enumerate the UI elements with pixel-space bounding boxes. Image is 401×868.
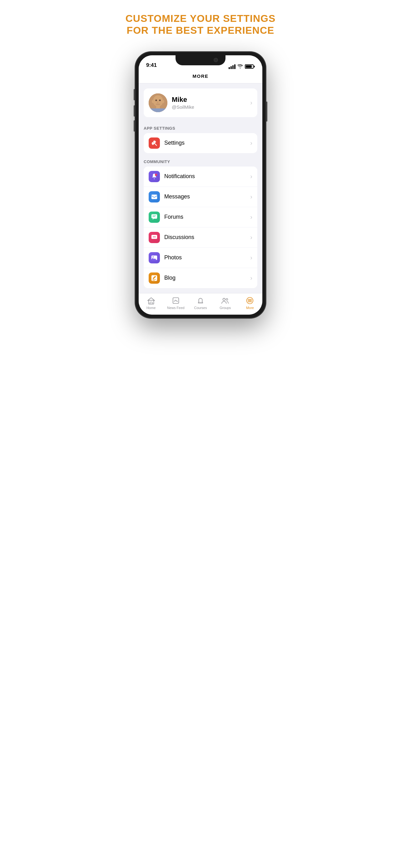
svg-point-29 — [223, 298, 225, 300]
notifications-item-left: Notifications — [149, 171, 195, 182]
svg-line-10 — [154, 143, 157, 145]
discussions-icon — [149, 232, 160, 243]
status-time: 9:41 — [146, 62, 157, 69]
photos-chevron: › — [250, 254, 252, 261]
app-settings-card: Settings › — [144, 133, 257, 153]
svg-point-8 — [156, 103, 158, 105]
forums-item[interactable]: Forums › — [144, 207, 257, 227]
news-feed-icon — [172, 297, 180, 305]
tab-news-feed-label: News Feed — [167, 306, 185, 310]
settings-item-left: Settings — [149, 137, 185, 149]
notifications-chevron: › — [250, 173, 252, 180]
profile-name: Mike — [172, 96, 194, 104]
messages-label: Messages — [164, 193, 190, 200]
tab-more-label: More — [246, 306, 254, 310]
svg-point-2 — [152, 100, 154, 103]
notch — [175, 55, 226, 65]
tab-courses[interactable]: Courses — [188, 293, 213, 315]
courses-icon — [196, 297, 205, 305]
discussions-item-left: Discussions — [149, 232, 194, 243]
messages-item[interactable]: Messages › — [144, 187, 257, 207]
profile-handle: @SoilMike — [172, 104, 194, 110]
blog-chevron: › — [250, 274, 252, 281]
signal-icon — [229, 64, 235, 69]
messages-chevron: › — [250, 193, 252, 200]
groups-icon — [221, 297, 229, 305]
tab-groups[interactable]: Groups — [213, 293, 238, 315]
phone-screen: 9:41 MORE — [139, 55, 262, 315]
svg-rect-12 — [152, 194, 157, 199]
svg-rect-13 — [152, 214, 157, 218]
blog-icon — [149, 273, 160, 284]
blog-item-left: Blog — [149, 273, 175, 284]
page-header: CUSTOMIZE YOUR SETTINGS FOR THE BEST EXP… — [119, 12, 282, 36]
svg-point-21 — [153, 256, 154, 257]
content-area: Mike @SoilMike › APP SETTINGS — [139, 84, 262, 293]
tab-home-label: Home — [146, 306, 156, 310]
bottom-spacer — [139, 288, 262, 293]
tab-bar: Home News Feed Courses — [139, 293, 262, 315]
profile-section: Mike @SoilMike › — [139, 84, 262, 120]
notifications-icon — [149, 171, 160, 182]
camera — [213, 58, 218, 62]
nav-title: MORE — [139, 71, 262, 84]
profile-chevron: › — [250, 99, 252, 106]
status-icons — [229, 64, 255, 69]
blog-item[interactable]: Blog › — [144, 268, 257, 288]
profile-card[interactable]: Mike @SoilMike › — [144, 88, 257, 117]
svg-point-11 — [155, 174, 157, 176]
community-card: Notifications › Messages — [144, 166, 257, 288]
svg-point-5 — [159, 99, 161, 101]
discussions-label: Discussions — [164, 234, 194, 241]
tab-courses-label: Courses — [194, 306, 207, 310]
settings-chevron: › — [250, 140, 252, 147]
photos-item[interactable]: Photos › — [144, 248, 257, 268]
phone-wrapper: 9:41 MORE — [135, 52, 266, 318]
svg-point-9 — [158, 103, 161, 105]
messages-item-left: Messages — [149, 191, 190, 203]
photos-icon — [149, 252, 160, 264]
page-title: CUSTOMIZE YOUR SETTINGS FOR THE BEST EXP… — [126, 12, 276, 36]
photos-label: Photos — [164, 254, 182, 261]
home-icon — [147, 297, 155, 305]
blog-label: Blog — [164, 275, 175, 281]
avatar — [149, 93, 167, 112]
forums-chevron: › — [250, 213, 252, 221]
forums-icon — [149, 212, 160, 223]
svg-point-19 — [155, 237, 156, 238]
svg-rect-7 — [149, 108, 167, 112]
tab-news-feed[interactable]: News Feed — [163, 293, 188, 315]
forums-label: Forums — [164, 214, 183, 220]
settings-item[interactable]: Settings › — [144, 133, 257, 153]
notifications-label: Notifications — [164, 173, 195, 180]
settings-icon — [149, 137, 160, 149]
messages-icon — [149, 191, 160, 203]
photos-item-left: Photos — [149, 252, 182, 264]
tab-more[interactable]: More — [238, 293, 262, 315]
more-icon — [246, 297, 254, 305]
community-header: COMMUNITY — [139, 153, 262, 166]
svg-point-4 — [156, 99, 157, 101]
svg-rect-26 — [150, 302, 152, 304]
svg-point-17 — [153, 237, 154, 238]
svg-point-30 — [226, 299, 228, 300]
svg-point-18 — [154, 237, 155, 238]
profile-left: Mike @SoilMike — [149, 93, 194, 112]
discussions-item[interactable]: Discussions › — [144, 227, 257, 248]
app-settings-header: APP SETTINGS — [139, 120, 262, 133]
forums-item-left: Forums — [149, 212, 183, 223]
notifications-item[interactable]: Notifications › — [144, 166, 257, 187]
settings-label: Settings — [164, 140, 185, 146]
profile-info: Mike @SoilMike — [172, 96, 194, 110]
battery-icon — [245, 64, 255, 69]
wifi-icon — [237, 64, 243, 69]
svg-point-3 — [162, 100, 164, 103]
tab-home[interactable]: Home — [139, 293, 163, 315]
discussions-chevron: › — [250, 234, 252, 241]
tab-groups-label: Groups — [220, 306, 231, 310]
